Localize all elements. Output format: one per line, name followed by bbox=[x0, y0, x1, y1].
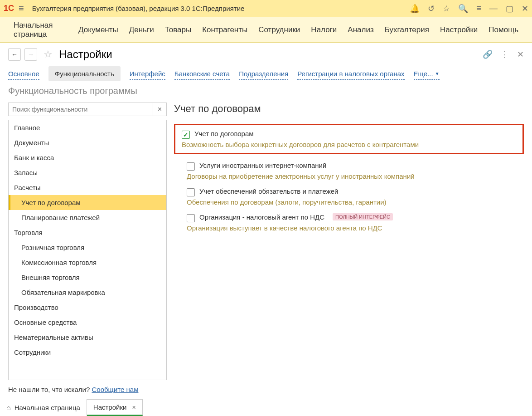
tree-contracts[interactable]: Учет по договорам bbox=[9, 195, 166, 210]
minimize-icon[interactable]: — bbox=[489, 4, 498, 13]
interface-badge: ПОЛНЫЙ ИНТЕРФЕЙС bbox=[333, 213, 393, 220]
menu-settings[interactable]: Настройки bbox=[435, 23, 482, 37]
tab-main[interactable]: Основное bbox=[8, 68, 39, 80]
option-desc: Организация выступает в качестве налогов… bbox=[187, 224, 517, 232]
tree-production[interactable]: Производство bbox=[9, 300, 166, 315]
left-column: Функциональность программы × Главное Док… bbox=[8, 86, 167, 380]
detail-title: Учет по договорам bbox=[174, 103, 524, 115]
footer-prompt: Не нашли то, что искали? bbox=[8, 386, 92, 393]
tree-retail[interactable]: Розничная торговля bbox=[9, 240, 166, 255]
app-title: Бухгалтерия предприятия (базовая), редак… bbox=[32, 5, 406, 12]
bottom-tabs: ⌂ Начальная страница Настройки × bbox=[0, 399, 532, 416]
nav-forward-button[interactable]: → bbox=[24, 48, 37, 61]
checkbox-collateral[interactable] bbox=[187, 188, 195, 196]
tree-bank[interactable]: Банк и касса bbox=[9, 150, 166, 165]
star-icon[interactable]: ☆ bbox=[443, 4, 450, 14]
menu-taxes[interactable]: Налоги bbox=[306, 23, 341, 37]
tree-foreign-trade[interactable]: Внешняя торговля bbox=[9, 270, 166, 285]
menu-counterparties[interactable]: Контрагенты bbox=[198, 23, 252, 37]
page-title: Настройки bbox=[59, 48, 112, 61]
bottom-tab-settings[interactable]: Настройки × bbox=[87, 399, 143, 416]
nav-back-button[interactable]: ← bbox=[8, 48, 21, 61]
link-icon[interactable]: 🔗 bbox=[483, 49, 493, 59]
tab-more[interactable]: Еще...▼ bbox=[414, 68, 440, 80]
checkbox-contracts[interactable] bbox=[182, 131, 190, 139]
option-label: Учет обеспечений обязательств и платежей bbox=[199, 187, 338, 195]
page-header: ← → ☆ Настройки 🔗 ⋮ ✕ bbox=[0, 43, 532, 64]
close-icon[interactable]: ✕ bbox=[522, 4, 528, 14]
option-foreign-internet: Услуги иностранных интернет-компаний Дог… bbox=[174, 159, 524, 183]
footer-link[interactable]: Сообщите нам bbox=[92, 386, 138, 393]
bottom-tab-label: Начальная страница bbox=[15, 404, 80, 411]
page-header-actions: 🔗 ⋮ ✕ bbox=[483, 49, 524, 59]
option-label: Организация - налоговый агент по НДС bbox=[199, 213, 324, 221]
function-tree: Главное Документы Банк и касса Запасы Ра… bbox=[8, 120, 167, 380]
bottom-tab-label: Настройки bbox=[93, 403, 127, 411]
sub-tabs: Основное Функциональность Интерфейс Банк… bbox=[0, 64, 532, 86]
tab-close-icon[interactable]: × bbox=[132, 404, 135, 411]
search-row: × bbox=[8, 103, 167, 116]
tree-stock[interactable]: Запасы bbox=[9, 165, 166, 180]
main-option-row[interactable]: Учет по договорам bbox=[182, 130, 516, 139]
more-icon[interactable]: ⋮ bbox=[501, 49, 509, 59]
page-close-icon[interactable]: ✕ bbox=[517, 49, 524, 59]
tree-trade[interactable]: Торговля bbox=[9, 225, 166, 240]
menu-accounting[interactable]: Бухгалтерия bbox=[380, 23, 434, 37]
menu-analysis[interactable]: Анализ bbox=[343, 23, 378, 37]
tab-tax-registrations[interactable]: Регистрации в налоговых органах bbox=[297, 68, 404, 80]
bell-icon[interactable]: 🔔 bbox=[410, 4, 420, 14]
menu-documents[interactable]: Документы bbox=[74, 23, 123, 37]
menu-help[interactable]: Помощь bbox=[484, 23, 523, 37]
tab-functionality[interactable]: Функциональность bbox=[48, 66, 121, 81]
search-icon[interactable]: 🔍 bbox=[458, 4, 468, 14]
filter-icon[interactable]: ≡ bbox=[476, 4, 481, 13]
search-input[interactable] bbox=[8, 103, 153, 116]
checkbox-foreign-internet[interactable] bbox=[187, 162, 195, 171]
option-desc: Обеспечения по договорам (залоги, поручи… bbox=[187, 198, 517, 206]
search-clear-button[interactable]: × bbox=[153, 103, 167, 116]
tree-payment-planning[interactable]: Планирование платежей bbox=[9, 210, 166, 225]
tree-settlements[interactable]: Расчеты bbox=[9, 180, 166, 195]
tree-fixed-assets[interactable]: Основные средства bbox=[9, 315, 166, 330]
menu-employees[interactable]: Сотрудники bbox=[254, 23, 305, 37]
option-vat-agent: Организация - налоговый агент по НДС ПОЛ… bbox=[174, 210, 524, 235]
main-option-label: Учет по договорам bbox=[194, 130, 254, 137]
tab-interface[interactable]: Интерфейс bbox=[130, 68, 165, 80]
content: Функциональность программы × Главное Док… bbox=[0, 86, 532, 380]
section-title: Функциональность программы bbox=[8, 86, 167, 96]
tree-marking[interactable]: Обязательная маркировка bbox=[9, 285, 166, 300]
option-desc: Договоры на приобретение электронных усл… bbox=[187, 172, 517, 180]
tree-documents[interactable]: Документы bbox=[9, 135, 166, 150]
checkbox-vat-agent[interactable] bbox=[187, 214, 195, 222]
main-option-desc: Возможность выбора конкретных договоров … bbox=[182, 141, 516, 148]
option-label: Услуги иностранных интернет-компаний bbox=[199, 162, 326, 169]
menubar: Начальная страница Документы Деньги Това… bbox=[0, 17, 532, 43]
tab-departments[interactable]: Подразделения bbox=[239, 68, 288, 80]
menu-money[interactable]: Деньги bbox=[125, 23, 159, 37]
menu-home[interactable]: Начальная страница bbox=[9, 18, 72, 42]
chevron-down-icon: ▼ bbox=[435, 71, 440, 76]
right-column: Учет по договорам Учет по договорам Возм… bbox=[174, 86, 524, 380]
history-icon[interactable]: ↺ bbox=[428, 4, 435, 14]
tree-intangible[interactable]: Нематериальные активы bbox=[9, 330, 166, 345]
main-option-highlight: Учет по договорам Возможность выбора кон… bbox=[174, 124, 524, 154]
burger-icon[interactable]: ≡ bbox=[19, 3, 24, 14]
tab-bank-accounts[interactable]: Банковские счета bbox=[174, 68, 230, 80]
app-logo: 1C bbox=[4, 4, 14, 13]
tree-commission[interactable]: Комиссионная торговля bbox=[9, 255, 166, 270]
maximize-icon[interactable]: ▢ bbox=[506, 4, 513, 14]
titlebar: 1C ≡ Бухгалтерия предприятия (базовая), … bbox=[0, 0, 532, 17]
home-icon: ⌂ bbox=[6, 404, 11, 412]
bottom-tab-home[interactable]: ⌂ Начальная страница bbox=[0, 399, 87, 416]
tree-main[interactable]: Главное bbox=[9, 120, 166, 135]
menu-goods[interactable]: Товары bbox=[160, 23, 196, 37]
title-icons: 🔔 ↺ ☆ 🔍 ≡ — ▢ ✕ bbox=[410, 4, 528, 14]
option-collateral: Учет обеспечений обязательств и платежей… bbox=[174, 185, 524, 209]
tree-employees[interactable]: Сотрудники bbox=[9, 345, 166, 360]
favorite-icon[interactable]: ☆ bbox=[44, 49, 53, 60]
footer-tip: Не нашли то, что искали? Сообщите нам bbox=[0, 380, 532, 399]
